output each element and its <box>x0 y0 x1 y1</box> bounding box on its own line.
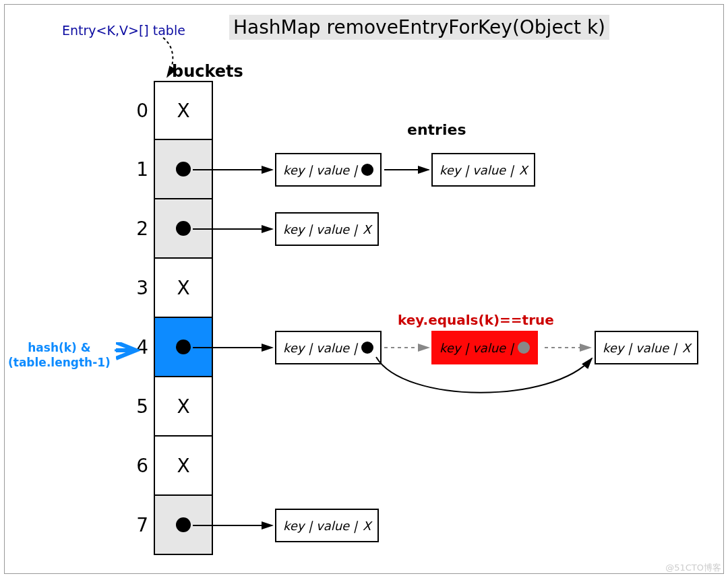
null-mark-icon: X <box>682 341 690 355</box>
null-mark-icon: X <box>363 519 371 533</box>
bucket-4-target: 4 <box>154 318 213 377</box>
table-declaration-label: Entry<K,V>[] table <box>62 23 185 38</box>
bucket-5: 5 X <box>154 377 213 437</box>
bucket-1: 1 <box>154 140 213 199</box>
hash-index-text: hash(k) & (table.length-1) <box>8 341 111 369</box>
entry-kv-label: key | value | <box>283 163 357 177</box>
pointer-dot-icon <box>361 342 373 354</box>
entries-heading: entries <box>407 121 466 138</box>
entry-node-last: key | value | X <box>431 153 535 187</box>
bucket-index-0: 0 <box>132 100 148 122</box>
bucket-0: 0 X <box>154 81 213 140</box>
entry-chain-row-1: key | value | <box>275 153 382 187</box>
hash-index-label: hash(k) & (table.length-1) <box>8 340 111 370</box>
watermark: @51CTO博客 <box>665 562 721 574</box>
bucket-7: 7 <box>154 496 213 555</box>
entry-chain-row-4b: key | value | <box>431 331 538 364</box>
bucket-index-2: 2 <box>132 218 148 240</box>
diagram-frame <box>4 4 724 574</box>
bucket-index-5: 5 <box>132 395 148 418</box>
entry-node: key | value | <box>275 153 382 187</box>
null-mark-icon: X <box>519 163 527 177</box>
null-mark-icon: X <box>363 222 371 236</box>
entry-kv-label: key | value | <box>603 341 677 355</box>
buckets-heading: buckets <box>172 62 243 81</box>
pointer-dot-icon <box>176 221 191 236</box>
pointer-dot-icon <box>518 342 530 354</box>
diagram-title: HashMap removeEntryForKey(Object k) <box>229 15 609 40</box>
entry-node-last: key | value | X <box>275 212 379 246</box>
bucket-index-4: 4 <box>132 336 148 358</box>
entry-kv-label: key | value | <box>439 163 514 177</box>
bucket-2: 2 <box>154 199 213 259</box>
bucket-index-1: 1 <box>132 158 148 181</box>
entry-kv-label: key | value | <box>439 341 514 355</box>
entry-chain-row-4c: key | value | X <box>595 331 698 364</box>
pointer-dot-icon <box>176 162 191 176</box>
entry-kv-label: key | value | <box>283 222 357 236</box>
entry-kv-label: key | value | <box>283 341 357 355</box>
pointer-dot-icon <box>361 164 373 176</box>
null-mark-icon: X <box>177 277 189 299</box>
pointer-dot-icon <box>176 517 191 532</box>
entry-node: key | value | <box>275 331 382 364</box>
bucket-index-7: 7 <box>132 514 148 536</box>
entry-chain-row-2: key | value | X <box>275 212 379 246</box>
entry-kv-label: key | value | <box>283 519 357 533</box>
bucket-6: 6 X <box>154 437 213 496</box>
bucket-index-6: 6 <box>132 455 148 477</box>
entry-node-matched: key | value | <box>431 331 538 364</box>
entry-node-last: key | value | X <box>595 331 698 364</box>
null-mark-icon: X <box>177 395 189 418</box>
entry-chain-row-7: key | value | X <box>275 509 379 542</box>
buckets-array: 0 X 1 2 3 X 4 5 X 6 X 7 <box>154 81 213 555</box>
bucket-index-3: 3 <box>132 277 148 299</box>
null-mark-icon: X <box>177 455 189 477</box>
entry-node-last: key | value | X <box>275 509 379 542</box>
bucket-3: 3 X <box>154 259 213 318</box>
pointer-dot-icon <box>176 340 191 354</box>
entry-chain-row-4a: key | value | <box>275 331 382 364</box>
match-condition-label: key.equals(k)==true <box>398 312 554 328</box>
null-mark-icon: X <box>177 100 189 122</box>
entry-chain-row-1b: key | value | X <box>431 153 535 187</box>
